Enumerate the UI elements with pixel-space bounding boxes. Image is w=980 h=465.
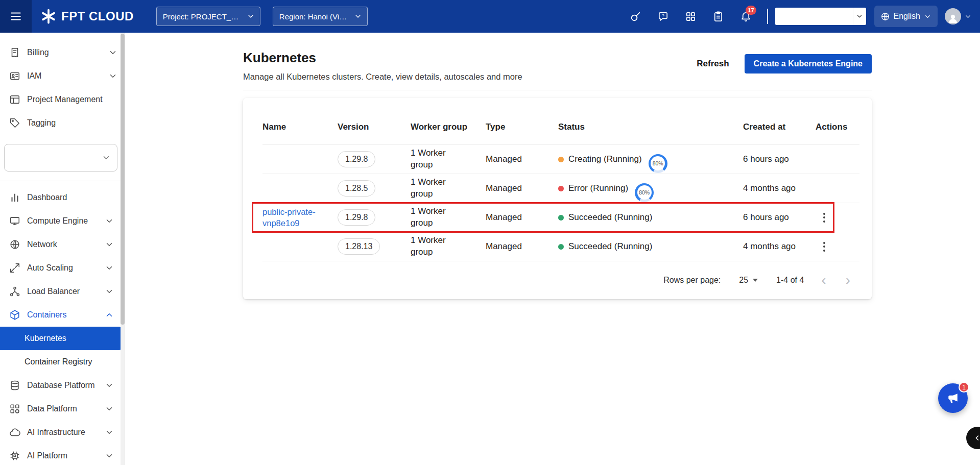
column-header-name: Name bbox=[262, 122, 338, 132]
auto-scaling-icon bbox=[9, 262, 20, 274]
network-icon bbox=[9, 239, 20, 250]
apps-grid-icon bbox=[685, 11, 697, 22]
sidebar-item-iam[interactable]: IAM bbox=[0, 64, 125, 88]
support-chat-button[interactable]: ? bbox=[652, 5, 675, 28]
sidebar-scrollbar[interactable] bbox=[121, 33, 125, 465]
scrollbar-thumb[interactable] bbox=[121, 34, 125, 325]
sidebar-item-tagging[interactable]: Tagging bbox=[0, 111, 125, 135]
language-selector[interactable]: English bbox=[874, 6, 938, 27]
table-row-highlighted: public-private-vnp8e1o9 1.29.8 1 Worker … bbox=[262, 203, 859, 232]
sidebar-item-ai-infrastructure[interactable]: AI Infrastructure bbox=[0, 421, 121, 444]
sidebar-item-label: AI Platform bbox=[27, 451, 105, 460]
sidebar-item-dashboard[interactable]: Dashboard bbox=[0, 186, 121, 209]
sidebar-item-containers[interactable]: Containers bbox=[0, 303, 121, 327]
survey-button[interactable] bbox=[707, 5, 730, 28]
chevron-down-icon bbox=[105, 240, 114, 249]
cloud-icon bbox=[9, 427, 20, 438]
sidebar-item-load-balancer[interactable]: Load Balancer bbox=[0, 280, 121, 303]
topbar-search-input[interactable] bbox=[775, 8, 853, 25]
version-chip: 1.28.5 bbox=[338, 180, 375, 197]
sidebar-item-label: Billing bbox=[27, 48, 108, 57]
billing-icon bbox=[9, 47, 20, 58]
sidebar-item-data-platform[interactable]: Data Platform bbox=[0, 397, 121, 421]
sidebar-item-ai-platform[interactable]: AI Platform bbox=[0, 444, 121, 465]
region-selector[interactable]: Region: Hanoi (Vietna... bbox=[273, 7, 368, 26]
data-platform-icon bbox=[9, 403, 20, 414]
compute-engine-icon bbox=[9, 215, 20, 227]
sidebar-item-label: Data Platform bbox=[27, 404, 105, 413]
worker-group: 1 Worker group bbox=[411, 177, 453, 200]
chevron-down-icon bbox=[105, 381, 114, 390]
project-selector[interactable]: Project: PROJECT_XPL... bbox=[156, 7, 260, 26]
apps-grid-button[interactable] bbox=[680, 5, 702, 28]
user-menu[interactable] bbox=[945, 8, 972, 25]
sidebar-item-label: Database Platform bbox=[27, 381, 105, 390]
header-divider bbox=[243, 90, 872, 90]
fpt-logo-icon bbox=[41, 9, 56, 24]
sidebar-item-label: Project Management bbox=[27, 95, 117, 104]
row-actions-menu-button[interactable] bbox=[817, 239, 832, 255]
rows-per-page-select[interactable]: 25 bbox=[736, 275, 761, 285]
progress-value: 80% bbox=[649, 154, 667, 173]
menu-button[interactable] bbox=[0, 0, 32, 33]
sidebar-item-auto-scaling[interactable]: Auto Scaling bbox=[0, 256, 121, 280]
row-actions-menu-button[interactable] bbox=[817, 210, 832, 226]
sidebar-item-compute-engine[interactable]: Compute Engine bbox=[0, 209, 121, 233]
created-at: 6 hours ago bbox=[743, 212, 816, 223]
sidebar-item-label: Network bbox=[27, 240, 105, 249]
chevron-down-icon bbox=[105, 287, 114, 296]
sidebar-item-label: Compute Engine bbox=[27, 216, 105, 226]
table-row: 1.28.13 1 Worker group Managed Succeeded… bbox=[262, 232, 859, 261]
column-header-actions: Actions bbox=[816, 122, 859, 132]
next-page-button[interactable]: › bbox=[844, 273, 852, 287]
iam-icon bbox=[9, 70, 20, 82]
worker-group: 1 Worker group bbox=[411, 148, 453, 171]
sidebar-item-project-management[interactable]: Project Management bbox=[0, 88, 125, 111]
status-dot bbox=[558, 186, 564, 191]
created-at: 4 months ago bbox=[743, 183, 816, 193]
status-text: Error (Running) bbox=[568, 183, 628, 193]
chevron-down-icon bbox=[105, 263, 114, 273]
chevron-down-icon bbox=[247, 12, 254, 20]
sidebar-item-network[interactable]: Network bbox=[0, 233, 121, 256]
search-shortcut-button[interactable] bbox=[625, 5, 647, 28]
sidebar-item-label: Load Balancer bbox=[27, 287, 105, 296]
sidebar-subitem-container-registry[interactable]: Container Registry bbox=[0, 350, 121, 374]
sidebar-item-label: AI Infrastructure bbox=[27, 428, 105, 437]
sidebar-subitem-kubernetes[interactable]: Kubernetes bbox=[0, 327, 121, 350]
refresh-button[interactable]: Refresh bbox=[694, 58, 732, 69]
sidebar: Billing IAM Project Management Taggin bbox=[0, 33, 125, 465]
status-text: Creating (Running) bbox=[568, 154, 642, 164]
cluster-type: Managed bbox=[486, 241, 558, 252]
sidebar-item-label: Containers bbox=[27, 310, 105, 320]
topbar: FPT CLOUD Project: PROJECT_XPL... Region… bbox=[0, 0, 980, 33]
previous-page-button[interactable]: ‹ bbox=[819, 273, 828, 287]
search-dropdown-caret[interactable] bbox=[853, 8, 866, 25]
column-header-worker-group: Worker group bbox=[411, 122, 486, 132]
tag-icon bbox=[9, 117, 20, 129]
notifications-button[interactable]: 17 bbox=[735, 5, 757, 28]
column-header-version: Version bbox=[338, 122, 411, 132]
topbar-actions: ? 17 bbox=[622, 5, 972, 28]
table-row: 1.28.5 1 Worker group Managed Error (Run… bbox=[262, 174, 859, 203]
progress-value: 80% bbox=[635, 183, 654, 202]
created-at: 4 months ago bbox=[743, 241, 816, 252]
containers-icon bbox=[9, 309, 20, 321]
worker-group: 1 Worker group bbox=[411, 206, 453, 229]
fpt-cloud-logo[interactable]: FPT CLOUD bbox=[41, 9, 134, 24]
create-kubernetes-engine-button[interactable]: Create a Kubernetes Engine bbox=[745, 54, 872, 74]
cluster-name-link[interactable]: public-private-vnp8e1o9 bbox=[262, 207, 316, 228]
main-content: Kubernetes Manage all Kubernetes cluster… bbox=[125, 33, 980, 465]
announcements-fab[interactable]: 1 bbox=[938, 383, 968, 413]
sidebar-item-label: Auto Scaling bbox=[27, 263, 105, 273]
vpc-selector[interactable] bbox=[4, 144, 117, 172]
caret-down-icon bbox=[753, 279, 758, 282]
status-text: Succeeded (Running) bbox=[568, 241, 652, 252]
sidebar-item-billing[interactable]: Billing bbox=[0, 41, 125, 64]
announcement-badge: 1 bbox=[959, 382, 969, 393]
sidebar-item-database-platform[interactable]: Database Platform bbox=[0, 374, 121, 397]
topbar-divider bbox=[767, 9, 768, 24]
load-balancer-icon bbox=[9, 286, 20, 297]
logo-text: FPT CLOUD bbox=[61, 9, 134, 23]
chevron-down-icon bbox=[105, 428, 114, 437]
